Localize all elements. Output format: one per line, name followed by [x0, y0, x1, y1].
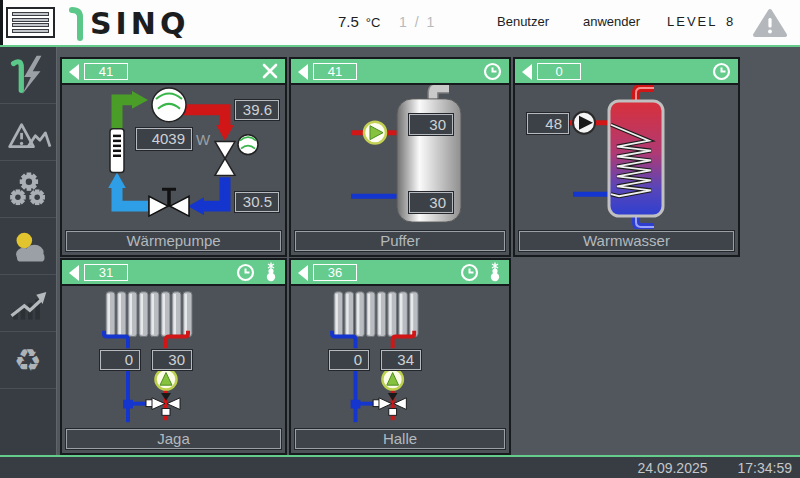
buffer-tank-diagram: 30 30: [291, 85, 509, 229]
alarm-triangle-icon: [4, 110, 52, 154]
menu-bar: [12, 18, 49, 22]
expansion-valve: [215, 142, 235, 176]
shutoff-valve: [149, 188, 189, 216]
frost-protection-icon[interactable]: [264, 262, 278, 282]
pump: [364, 122, 386, 144]
panel-puffer-header: 41: [291, 59, 509, 85]
brand-logo: SINQ: [64, 5, 189, 41]
panel-label-jaga[interactable]: Jaga: [66, 429, 281, 449]
logo-text: SINQ: [90, 6, 189, 41]
pump: [156, 369, 177, 389]
page-indicator: 1 / 1: [399, 14, 436, 30]
back-arrow-icon[interactable]: [296, 63, 309, 81]
sidebar-item-weather[interactable]: [0, 218, 56, 275]
buffer-tank-graphic: [291, 85, 509, 229]
user-value[interactable]: anwender: [583, 14, 640, 29]
logo-mark-icon: [64, 5, 90, 41]
energy-icon: [5, 52, 51, 98]
panel-header-value: 0: [537, 63, 581, 80]
panel-waermepumpe-header: 41: [62, 59, 285, 85]
panel-label-waermepumpe[interactable]: Wärmepumpe: [66, 231, 281, 251]
back-arrow-icon[interactable]: [67, 264, 80, 282]
gears-icon: [4, 167, 52, 211]
close-icon[interactable]: [262, 63, 278, 79]
panel-warmwasser: 0: [513, 57, 740, 257]
pipe-liquid: [202, 177, 225, 206]
menu-button[interactable]: [6, 7, 55, 38]
pipe-evaporator: [117, 186, 148, 206]
panel-label-halle[interactable]: Halle: [295, 429, 505, 449]
compressor: [152, 88, 186, 122]
schedule-clock-icon[interactable]: [483, 62, 502, 81]
hmi-screen: SINQ 7.5°C 1 / 1 Benutzer anwender LEVEL…: [0, 0, 800, 478]
circuit-return-temp: 0: [100, 350, 140, 370]
panel-header-value: 41: [313, 63, 357, 80]
status-time: 17:34:59: [738, 460, 793, 476]
trend-chart-icon: [4, 281, 52, 325]
level-label: LEVEL: [667, 14, 717, 29]
top-bar: SINQ 7.5°C 1 / 1 Benutzer anwender LEVEL…: [0, 0, 800, 47]
tank-top-temp: 30: [409, 114, 453, 135]
pump: [382, 369, 403, 389]
panel-halle-header: 36: [291, 260, 509, 286]
schedule-clock-icon[interactable]: [712, 62, 731, 81]
sight-glass: [238, 135, 258, 155]
panel-header-value: 41: [84, 63, 128, 80]
window-edge: [0, 0, 3, 45]
return-temp-value: 30.5: [235, 192, 279, 212]
alarm-warning-icon[interactable]: [752, 8, 788, 38]
level-value: 8: [726, 14, 733, 29]
panel-label-warmwasser[interactable]: Warmwasser: [519, 231, 734, 251]
status-date: 24.09.2025: [637, 460, 707, 476]
panel-waermepumpe: 41: [60, 57, 287, 257]
user-label: Benutzer: [497, 14, 549, 29]
panel-jaga: 31: [60, 258, 287, 455]
power-value: 4039: [136, 128, 192, 150]
status-bar: 24.09.2025 17:34:59: [0, 455, 800, 478]
radiator-circuit-diagram: 0 30: [62, 286, 285, 427]
mixing-valve: [373, 393, 406, 415]
panel-header-value: 36: [313, 264, 357, 281]
hot-outlet-pipe: [636, 88, 654, 101]
sidebar-nav: ♻: [0, 47, 57, 457]
tank-bottom-temp: 30: [409, 192, 453, 213]
panel-header-value: 31: [84, 264, 128, 281]
radiator-circuit-diagram: 0 34: [291, 286, 509, 427]
hot-water-tank-diagram: 48: [515, 85, 738, 229]
sidebar-item-energy[interactable]: [0, 47, 56, 104]
menu-bar: [12, 29, 49, 33]
panel-warmwasser-header: 0: [515, 59, 738, 85]
pump: [573, 112, 595, 134]
back-arrow-icon[interactable]: [520, 63, 533, 81]
panel-halle: 36: [289, 258, 511, 455]
schedule-clock-icon[interactable]: [236, 263, 255, 282]
circuit-flow-temp: 30: [152, 350, 192, 370]
outdoor-temperature: 7.5°C: [338, 13, 380, 30]
circuit-return-temp: 0: [329, 350, 369, 370]
circuit-flow-temp: 34: [381, 350, 421, 370]
menu-bar: [12, 12, 49, 16]
panel-label-puffer[interactable]: Puffer: [295, 231, 505, 251]
flow-temp-value: 39.6: [235, 100, 279, 120]
back-arrow-icon[interactable]: [67, 63, 80, 81]
frost-protection-icon[interactable]: [488, 262, 502, 282]
sidebar-item-settings[interactable]: [0, 161, 56, 218]
panel-puffer: 41: [289, 57, 511, 257]
schedule-clock-icon[interactable]: [460, 263, 479, 282]
back-arrow-icon[interactable]: [296, 264, 309, 282]
power-unit: W: [196, 131, 210, 148]
menu-bar: [12, 23, 49, 27]
panel-jaga-header: 31: [62, 260, 285, 286]
pipe-condenser: [184, 110, 225, 127]
sidebar-item-trends[interactable]: [0, 275, 56, 332]
radiator: [106, 292, 192, 337]
weather-icon: [4, 224, 52, 268]
mixing-valve: [146, 393, 180, 415]
heat-pump-diagram: 39.6 4039 W 30.5: [62, 85, 285, 229]
sidebar-item-recycle[interactable]: ♻: [0, 332, 56, 389]
hot-water-temp: 48: [527, 113, 569, 134]
recycle-icon: ♻: [14, 345, 42, 376]
hot-water-tank-graphic: [515, 85, 738, 229]
sidebar-item-alarms[interactable]: [0, 104, 56, 161]
evaporator: [110, 129, 124, 173]
